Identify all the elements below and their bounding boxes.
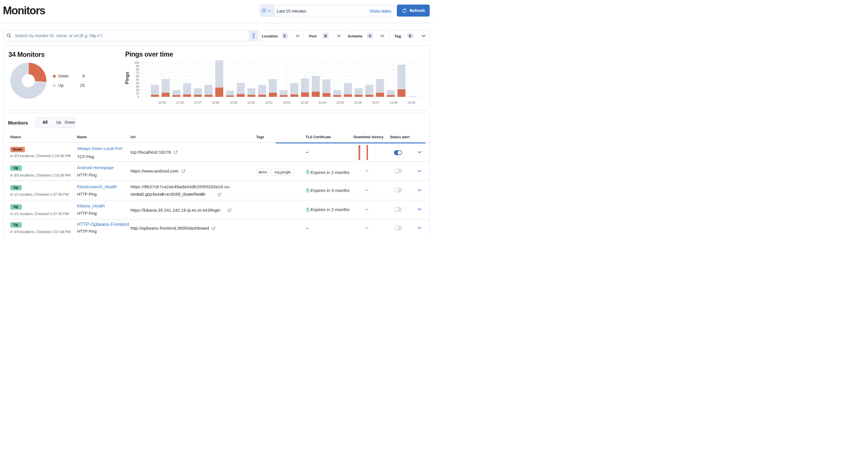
svg-text:70: 70 xyxy=(136,71,139,74)
svg-text:13:02: 13:02 xyxy=(283,101,290,104)
svg-text:13:07: 13:07 xyxy=(372,101,379,104)
svg-text:12:57: 12:57 xyxy=(194,101,202,104)
svg-text:13:03: 13:03 xyxy=(301,101,308,104)
svg-text:100: 100 xyxy=(134,61,139,64)
svg-text:50: 50 xyxy=(136,78,139,81)
svg-text:80: 80 xyxy=(136,68,139,71)
svg-text:30: 30 xyxy=(136,85,139,88)
svg-text:0: 0 xyxy=(137,95,139,99)
svg-text:10: 10 xyxy=(136,92,139,95)
svg-text:13:05: 13:05 xyxy=(336,101,344,104)
svg-text:12:56: 12:56 xyxy=(176,101,184,104)
svg-text:40: 40 xyxy=(136,81,139,85)
svg-text:60: 60 xyxy=(136,74,139,78)
svg-text:13:01: 13:01 xyxy=(265,101,273,104)
svg-text:13:08: 13:08 xyxy=(390,101,397,104)
svg-text:20: 20 xyxy=(136,88,139,92)
svg-text:13:09: 13:09 xyxy=(407,101,415,104)
svg-text:12:55: 12:55 xyxy=(158,101,166,104)
svg-text:12:58: 12:58 xyxy=(212,101,219,104)
svg-text:90: 90 xyxy=(136,64,139,68)
svg-text:13:06: 13:06 xyxy=(354,101,362,104)
svg-text:13:00: 13:00 xyxy=(247,101,255,104)
svg-text:12:59: 12:59 xyxy=(229,101,237,104)
svg-text:13:04: 13:04 xyxy=(318,101,326,104)
